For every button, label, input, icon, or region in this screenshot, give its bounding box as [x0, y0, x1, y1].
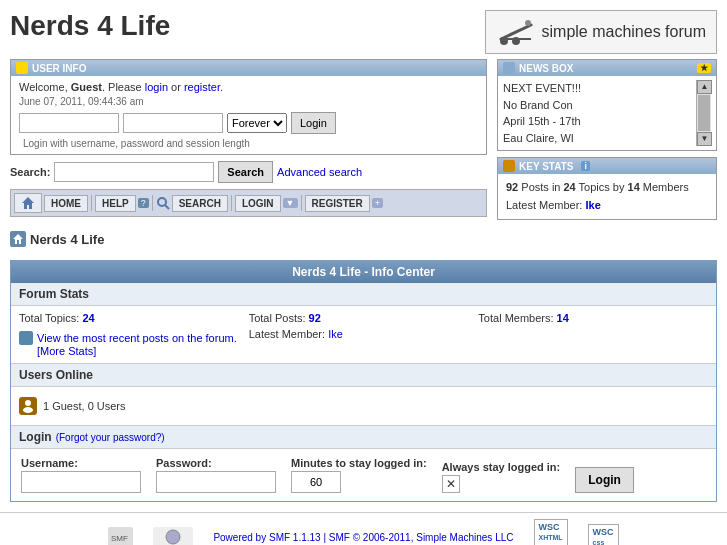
key-stats-icon [503, 160, 515, 172]
footer-icon-2 [153, 527, 193, 545]
recent-posts-icon [19, 331, 33, 345]
login-section: Login (Forgot your password?) Username: … [11, 426, 716, 501]
online-user-icon [19, 397, 37, 415]
key-stats-spacer1: Posts in [521, 181, 563, 193]
login-password-input[interactable] [156, 471, 276, 493]
username-group: Username: [21, 457, 141, 493]
wsc-css-text: WSCcss [593, 527, 614, 545]
stats-col-latest: Latest Member: Ike [249, 328, 479, 357]
key-stats-text2: Latest Member: Ike [506, 197, 708, 215]
svg-text:SMF: SMF [111, 534, 128, 543]
minutes-input[interactable] [291, 471, 341, 493]
person-icon [21, 399, 35, 413]
login-nav-badge: ▼ [283, 198, 298, 208]
latest-member-link[interactable]: Ike [585, 199, 600, 211]
total-members-value[interactable]: 14 [557, 312, 569, 324]
welcome-text: Welcome, Guest. Please login or register… [19, 81, 478, 93]
recent-posts-link[interactable]: View the most recent posts on the forum. [37, 332, 237, 344]
powered-by-text: Powered by SMF 1.1.13 [213, 532, 320, 543]
news-line-3: April 15th - 17th [503, 113, 695, 130]
scroll-down-arrow[interactable]: ▼ [697, 132, 712, 146]
news-line-4: Eau Claire, WI [503, 130, 695, 147]
username-input[interactable] [19, 113, 119, 133]
svg-line-7 [165, 205, 169, 209]
footer-smf-icon: SMF [108, 527, 133, 545]
login-button[interactable]: Login [291, 112, 336, 134]
always-logged-group: Always stay logged in: ✕ [442, 461, 561, 493]
users-online-body: 1 Guest, 0 Users [11, 387, 716, 425]
help-badge: ? [138, 198, 149, 208]
or-text: or [168, 81, 184, 93]
date-text: June 07, 2011, 09:44:36 am [19, 96, 478, 107]
footer: SMF Powered by SMF 1.1.13 | SMF © 2006-2… [0, 512, 727, 545]
topics-count: 24 [564, 181, 576, 193]
nav-sep-2 [152, 195, 153, 211]
stats-row-2: View the most recent posts on the forum.… [19, 328, 708, 357]
user-info-header: USER INFO [11, 60, 486, 76]
login-fields: Username: Password: Minutes to stay logg… [21, 457, 706, 493]
session-length-select[interactable]: Forever [227, 113, 287, 133]
posts-count: 92 [506, 181, 518, 193]
password-group: Password: [156, 457, 276, 493]
stats-recent-posts: View the most recent posts on the forum.… [19, 328, 249, 357]
news-line-2: No Brand Con [503, 97, 695, 114]
always-logged-checkbox[interactable]: ✕ [442, 475, 460, 493]
news-box-icon [503, 62, 515, 74]
more-stats-link[interactable]: [More Stats] [37, 345, 96, 357]
forgot-password-link[interactable]: (Forgot your password?) [56, 432, 165, 443]
guest-name: Guest [71, 81, 102, 93]
stats-row: Total Topics: 24 Total Posts: 92 Total M… [19, 312, 708, 324]
search-input[interactable] [54, 162, 214, 182]
news-scrollbar: ▲ ▼ [696, 80, 711, 146]
login-link[interactable]: login [145, 81, 168, 93]
scroll-up-arrow[interactable]: ▲ [697, 80, 712, 94]
total-topics-value[interactable]: 24 [82, 312, 94, 324]
key-stats-spacer2: Topics by [579, 181, 628, 193]
minutes-field-label: Minutes to stay logged in: [291, 457, 427, 469]
nav-sep-4 [301, 195, 302, 211]
svg-point-10 [23, 407, 33, 413]
smf-logo-icon [496, 17, 536, 47]
breadcrumb-icon [10, 231, 26, 247]
total-members-label: Total Members: [478, 312, 553, 324]
user-info-box: USER INFO Welcome, Guest. Please login o… [10, 59, 487, 155]
advanced-search-link[interactable]: Advanced search [277, 166, 362, 178]
powered-by-link[interactable]: Powered by SMF 1.1.13 | SMF © 2006-2011,… [213, 532, 513, 543]
key-stats-text1: 92 Posts in 24 Topics by 14 Members [506, 179, 708, 197]
nav-home-icon[interactable] [14, 193, 42, 213]
stats-col-topics: Total Topics: 24 [19, 312, 249, 324]
register-link[interactable]: register [184, 81, 220, 93]
nav-help-button[interactable]: HELP [95, 195, 136, 212]
search-button[interactable]: Search [218, 161, 273, 183]
stats-col-posts: Total Posts: 92 [249, 312, 479, 324]
key-stats-spacer3: Members [643, 181, 689, 193]
news-box-header: NEWS BOX ★ [498, 60, 716, 76]
user-info-label: USER INFO [32, 63, 86, 74]
news-wrapper: NEXT EVENT!!! No Brand Con April 15th - … [503, 80, 711, 146]
total-posts-value[interactable]: 92 [309, 312, 321, 324]
forum-stats-body: Total Topics: 24 Total Posts: 92 Total M… [11, 306, 716, 363]
key-stats-info-badge: i [581, 161, 590, 171]
total-topics-label: Total Topics: [19, 312, 79, 324]
more-stats-row: [More Stats] [19, 345, 249, 357]
nav-home-button[interactable]: HOME [44, 195, 88, 212]
latest-member-stats-value[interactable]: Ike [328, 328, 343, 340]
login-username-input[interactable] [21, 471, 141, 493]
nav-sep-3 [231, 195, 232, 211]
login-submit-button[interactable]: Login [575, 467, 634, 493]
svg-point-9 [25, 400, 31, 406]
nav-search-button[interactable]: SEARCH [172, 195, 228, 212]
wsc-xhtml-text: WSCXHTML1.0 [539, 522, 563, 545]
svg-marker-5 [22, 197, 34, 209]
online-row: 1 Guest, 0 Users [19, 393, 708, 419]
login-section-body: Username: Password: Minutes to stay logg… [11, 449, 716, 501]
key-stats-label: KEY STATS [519, 161, 573, 172]
users-online-title: Users Online [11, 364, 716, 387]
password-input[interactable] [123, 113, 223, 133]
nav-register-button[interactable]: REGISTER [305, 195, 370, 212]
total-posts-label: Total Posts: [249, 312, 306, 324]
recent-posts-row: View the most recent posts on the forum. [19, 331, 249, 345]
nav-login-button[interactable]: LOGIN [235, 195, 281, 212]
main-layout: USER INFO Welcome, Guest. Please login o… [0, 59, 727, 226]
info-center: Nerds 4 Life - Info Center Forum Stats T… [10, 260, 717, 502]
